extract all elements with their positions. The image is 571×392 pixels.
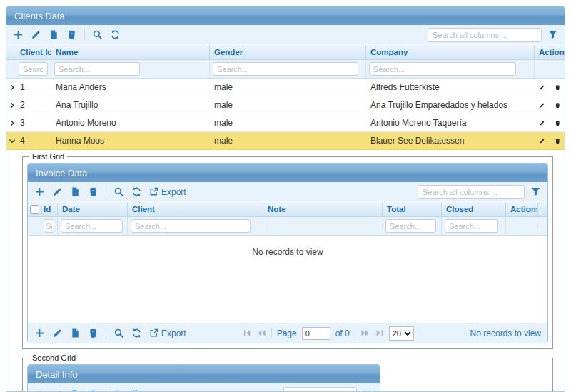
name-filter-input[interactable]: [54, 62, 140, 76]
column-header-date[interactable]: Date: [58, 202, 128, 216]
gender-filter-input[interactable]: [213, 62, 358, 76]
search-icon[interactable]: [113, 186, 124, 197]
edit-row-icon[interactable]: [539, 83, 545, 92]
column-header-company[interactable]: Company: [366, 45, 535, 59]
search-all-input[interactable]: [428, 28, 542, 42]
column-header-note[interactable]: Note: [263, 202, 383, 216]
client-id-filter-input[interactable]: [19, 62, 48, 76]
expand-row-button[interactable]: [6, 119, 16, 127]
filter-funnel-icon[interactable]: [363, 389, 373, 392]
filter-cell-client: [128, 217, 263, 235]
client-row-selected[interactable]: 4 Hanna Moos male Blauer See Delikatesse…: [6, 132, 565, 150]
filter-cell-name: [51, 60, 210, 78]
export-icon: [149, 187, 158, 196]
search-all-input[interactable]: [283, 387, 357, 392]
delete-row-icon[interactable]: [555, 119, 561, 128]
expand-row-button[interactable]: [6, 84, 16, 91]
last-page-button[interactable]: [375, 328, 384, 338]
id-filter-input[interactable]: [44, 219, 54, 233]
edit-record-icon[interactable]: [52, 389, 63, 392]
page-input[interactable]: [302, 327, 330, 340]
view-record-icon[interactable]: [70, 389, 81, 392]
total-filter-input[interactable]: [385, 219, 436, 233]
edit-row-icon[interactable]: [539, 101, 545, 110]
edit-row-icon[interactable]: [539, 136, 545, 146]
clients-grid-header: Client Id Name Gender Company Actions: [6, 44, 565, 60]
column-header-closed[interactable]: Closed: [442, 202, 506, 216]
refresh-icon[interactable]: [131, 186, 142, 197]
closed-filter-input[interactable]: [445, 219, 498, 233]
pager-status: No records to view: [470, 328, 541, 338]
gender-cell: male: [210, 100, 366, 110]
filter-funnel-icon[interactable]: [547, 29, 558, 40]
column-header-id[interactable]: Id: [42, 203, 58, 215]
column-header-gender[interactable]: Gender: [210, 45, 366, 59]
view-record-icon[interactable]: [70, 186, 81, 197]
search-icon[interactable]: [92, 29, 103, 40]
select-all-checkbox[interactable]: [30, 205, 39, 214]
column-header-actions: Actions: [535, 45, 565, 59]
filter-funnel-icon[interactable]: [530, 186, 541, 197]
edit-record-icon[interactable]: [31, 29, 41, 40]
date-filter-input[interactable]: [61, 219, 123, 233]
prev-page-button[interactable]: [257, 328, 266, 338]
export-button[interactable]: Export: [149, 187, 186, 197]
column-header-name[interactable]: Name: [51, 45, 210, 59]
refresh-icon[interactable]: [131, 389, 142, 392]
add-record-icon[interactable]: [13, 29, 24, 40]
edit-record-icon[interactable]: [52, 186, 63, 197]
client-row[interactable]: 2 Ana Trujillo male Ana Trujillo Empared…: [6, 96, 565, 114]
invoice-grid-header: Id Date Client Note Total Closed Actions: [28, 201, 547, 217]
clients-grid-toolbar: [6, 25, 565, 44]
delete-record-icon[interactable]: [88, 186, 98, 197]
pager-separator: [355, 328, 355, 338]
refresh-icon[interactable]: [131, 328, 142, 338]
collapse-row-button[interactable]: [6, 137, 16, 145]
expand-chevron-icon: [9, 101, 16, 109]
refresh-icon[interactable]: [110, 29, 121, 40]
edit-row-icon[interactable]: [539, 119, 545, 128]
grid-title: Clients Data: [14, 11, 65, 21]
search-icon[interactable]: [113, 328, 124, 338]
view-record-icon[interactable]: [70, 328, 81, 338]
view-record-icon[interactable]: [49, 29, 59, 40]
add-record-icon[interactable]: [34, 186, 45, 197]
invoice-grid-pager: Export Page of 0: [28, 323, 547, 343]
delete-row-icon[interactable]: [555, 136, 561, 146]
page-label: Page: [277, 328, 297, 338]
delete-record-icon[interactable]: [88, 389, 98, 392]
expand-row-button[interactable]: [6, 101, 16, 109]
search-all-input[interactable]: [418, 185, 525, 199]
expanded-row-content: First Grid Invoice Data: [11, 150, 565, 392]
add-record-icon[interactable]: [34, 328, 45, 338]
client-row[interactable]: 1 Maria Anders male Alfreds Futterkiste: [6, 79, 565, 96]
column-header-client-id[interactable]: Client Id: [16, 45, 51, 59]
export-icon: [149, 328, 158, 338]
client-filter-input[interactable]: [131, 219, 251, 233]
invoice-data-grid: Invoice Data Export: [27, 163, 548, 343]
delete-row-icon[interactable]: [555, 83, 561, 92]
page-of-label: of 0: [335, 328, 350, 338]
next-page-button[interactable]: [360, 328, 370, 338]
expanded-subgrid-area: First Grid Invoice Data: [6, 150, 565, 392]
row-actions: [535, 119, 565, 128]
company-filter-input[interactable]: [369, 62, 516, 76]
client-row[interactable]: 3 Antonio Moreno male Antonio Moreno Taq…: [6, 114, 565, 132]
column-header-client[interactable]: Client: [128, 202, 263, 216]
page-size-select[interactable]: 20: [389, 326, 414, 341]
delete-record-icon[interactable]: [66, 29, 77, 40]
export-button[interactable]: Export: [149, 328, 186, 338]
expanded-row-spacer: [6, 150, 11, 392]
add-record-icon[interactable]: [34, 389, 45, 392]
search-icon[interactable]: [113, 389, 124, 392]
column-header-total[interactable]: Total: [383, 202, 442, 216]
invoice-grid-filter-row: [28, 217, 547, 236]
empty-message: No records to view: [252, 247, 323, 257]
first-page-button[interactable]: [243, 328, 252, 338]
search-all-wrapper: [428, 28, 558, 42]
gender-cell: male: [210, 136, 366, 146]
delete-record-icon[interactable]: [88, 328, 98, 338]
edit-record-icon[interactable]: [52, 328, 63, 338]
clients-grid-filter-row: [6, 60, 565, 79]
delete-row-icon[interactable]: [555, 101, 561, 110]
